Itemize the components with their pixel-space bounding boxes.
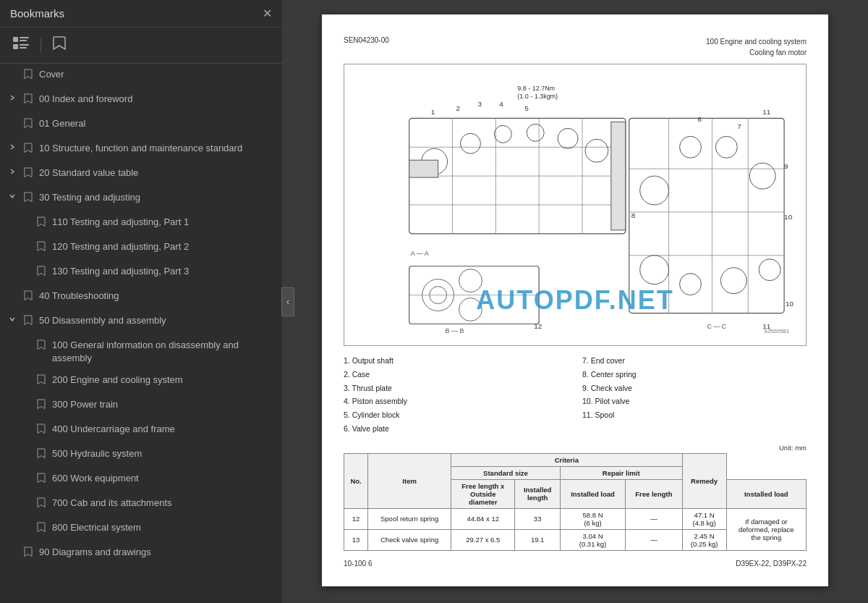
sidebar-item-label-40: 40 Troubleshooting [39,290,276,303]
sidebar-item-700[interactable]: 700 Cab and its attachments [0,492,282,517]
sidebar-item-label-00: 00 Index and foreword [39,93,276,106]
svg-text:9: 9 [784,162,788,170]
svg-rect-4 [20,44,29,46]
svg-text:10: 10 [784,213,793,221]
list-view-icon [13,37,29,54]
sidebar-item-400[interactable]: 400 Undercarriage and frame [0,418,282,443]
expand-arrow-00[interactable] [9,94,20,101]
doc-header: SEN04230-00 100 Engine and cooling syste… [344,36,807,58]
svg-text:(1.0 - 1.3kgm): (1.0 - 1.3kgm) [517,93,558,100]
bookmark-leaf-icon-400 [36,423,48,437]
sidebar-item-cover[interactable]: Cover [0,64,282,88]
svg-text:5: 5 [524,104,529,112]
bookmark-leaf-icon-cover [23,69,35,82]
sidebar-item-label-120: 120 Testing and adjusting, Part 2 [52,240,276,253]
sidebar-item-label-500: 500 Hydraulic system [52,447,276,460]
table-header-criteria: Criteria [451,453,682,466]
bookmark-leaf-icon-90 [23,547,35,560]
sidebar-toolbar [0,28,282,64]
sidebar-item-500[interactable]: 500 Hydraulic system [0,443,282,468]
parts-list: 1. Output shaft 7. End cover 2. Case 8. … [344,355,807,435]
sidebar-item-01[interactable]: 01 General [0,113,282,138]
sidebar-item-label-400: 400 Undercarriage and frame [52,423,276,436]
cell-item-12: Spool return spring [368,508,451,529]
expand-arrow-30[interactable] [9,193,20,200]
expand-arrow-50[interactable] [9,316,20,323]
svg-text:2: 2 [456,104,461,112]
sidebar-item-30[interactable]: 30 Testing and adjusting [0,187,282,211]
table-row-12: 12 Spool return spring 44.84 x 12 33 58.… [344,508,807,529]
bookmark-leaf-icon-30 [23,192,35,205]
sidebar-item-800[interactable]: 800 Electrical system [0,517,282,541]
sidebar-item-50[interactable]: 50 Disassembly and assembly [0,310,282,334]
diagram-svg: 9.8 - 12.7Nm (1.0 - 1.3kgm) 1 2 3 4 5 6 … [344,64,806,345]
bookmark-leaf-icon-500 [36,448,48,461]
sidebar-item-label-90: 90 Diagrams and drawings [39,546,276,559]
sidebar-item-300[interactable]: 300 Power train [0,394,282,418]
sidebar-item-110[interactable]: 110 Testing and adjusting, Part 1 [0,211,282,236]
svg-rect-1 [20,37,29,38]
part-1: 1. Output shaft [344,355,568,367]
sidebar-item-40[interactable]: 40 Troubleshooting [0,285,282,310]
expand-arrow-10[interactable] [9,143,20,151]
sidebar-item-label-20: 20 Standard value table [39,166,276,180]
sidebar: Bookmarks ✕ [0,0,282,603]
cell-no-12: 12 [344,508,368,529]
sidebar-item-120[interactable]: 120 Testing and adjusting, Part 2 [0,236,282,261]
part-10: 10. Pilot valve [582,395,807,408]
view-mode-button[interactable] [9,34,33,56]
cell-il-12: 33 [515,508,560,529]
cell-fl-repair-12: — [626,508,682,529]
sidebar-item-200[interactable]: 200 Engine and cooling system [0,369,282,394]
sidebar-item-label-800: 800 Electrical system [52,521,276,534]
part-empty [582,423,807,435]
sidebar-item-label-110: 110 Testing and adjusting, Part 1 [52,216,276,229]
svg-text:4: 4 [499,100,503,108]
bookmark-leaf-icon-110 [36,216,48,229]
sidebar-item-label-30: 30 Testing and adjusting [39,191,276,204]
sidebar-item-600[interactable]: 600 Work equipment [0,468,282,492]
part-11: 11. Spool [582,409,807,421]
bookmark-leaf-icon-00 [23,93,35,106]
sidebar-item-100sub[interactable]: 100 General information on disassembly a… [0,334,282,369]
bookmark-leaf-icon-20 [23,167,35,180]
sidebar-collapse-button[interactable]: ‹ [281,287,294,316]
table-header-installed-length: Installedlength [515,479,560,508]
sidebar-item-label-700: 700 Cab and its attachments [52,497,276,510]
sidebar-item-20[interactable]: 20 Standard value table [0,162,282,187]
svg-text:B — B: B — B [446,327,464,334]
sidebar-item-90[interactable]: 90 Diagrams and drawings [0,541,282,566]
bookmark-leaf-icon-40 [23,290,35,303]
bookmark-leaf-icon-700 [36,497,48,510]
sidebar-item-label-600: 600 Work equipment [52,472,276,485]
sidebar-header: Bookmarks ✕ [0,0,282,28]
table-header-no: No. [344,453,368,508]
svg-text:9J500581: 9J500581 [764,328,790,334]
cell-load-repair-12: 47.1 N(4.8 kg) [682,508,726,529]
bookmark-leaf-icon-10 [23,143,35,156]
part-8: 8. Center spring [582,368,807,381]
specs-table: No. Item Criteria Remedy Standard size R… [344,453,807,551]
sidebar-close-button[interactable]: ✕ [263,8,272,20]
main-content: ‹ AUTOPDF.NET SEN04230-00 100 Engine and… [282,0,868,603]
sidebar-item-130[interactable]: 130 Testing and adjusting, Part 3 [0,261,282,285]
cell-no-13: 13 [344,529,368,550]
sidebar-item-10[interactable]: 10 Structure, function and maintenance s… [0,138,282,162]
table-header-free-length-repair: Free length [626,479,682,508]
part-5: 5. Cylinder block [344,409,568,421]
doc-header-right: 100 Engine and cooling system Cooling fa… [706,36,807,58]
sidebar-list: Cover00 Index and foreword01 General10 S… [0,64,282,603]
table-header-standard: Standard size [451,466,561,479]
cell-load-repair-13: 2.45 N(0.25 kg) [682,529,726,550]
svg-text:A — A: A — A [411,250,429,257]
sidebar-item-label-01: 01 General [39,117,276,130]
expand-arrow-20[interactable] [9,168,20,175]
sidebar-item-00[interactable]: 00 Index and foreword [0,88,282,113]
svg-text:10: 10 [786,300,794,308]
table-header-free-length: Free length xOutsidediameter [451,479,515,508]
table-header-repair: Repair limit [560,466,682,479]
bookmark-button[interactable] [48,33,70,57]
bookmark-leaf-icon-50 [23,315,35,328]
bookmark-leaf-icon-800 [36,522,48,535]
svg-text:7: 7 [737,122,741,130]
